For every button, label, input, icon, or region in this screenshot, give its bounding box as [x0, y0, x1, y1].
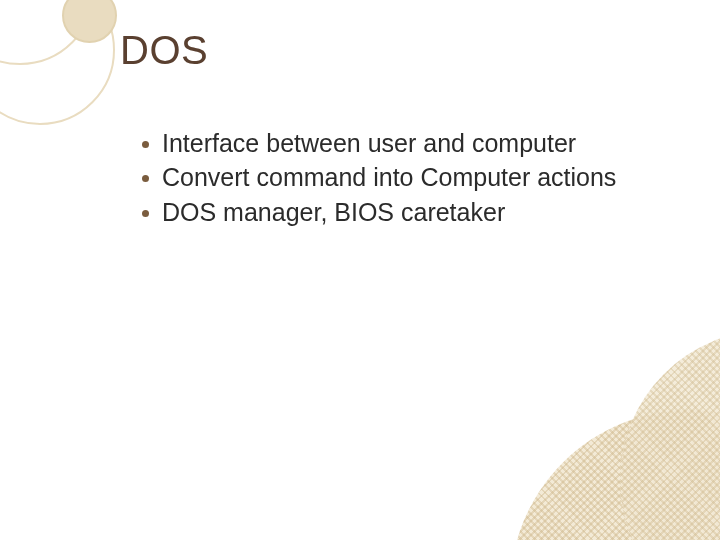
list-item: Convert command into Computer actions: [140, 162, 690, 193]
decorative-texture: [620, 330, 720, 540]
list-item: DOS manager, BIOS caretaker: [140, 197, 690, 228]
decorative-corner: [460, 355, 720, 540]
bullet-list: Interface between user and computer Conv…: [140, 128, 690, 228]
slide-body: Interface between user and computer Conv…: [140, 128, 690, 231]
slide-title: DOS: [120, 28, 208, 73]
slide: DOS Interface between user and computer …: [0, 0, 720, 540]
list-item: Interface between user and computer: [140, 128, 690, 159]
